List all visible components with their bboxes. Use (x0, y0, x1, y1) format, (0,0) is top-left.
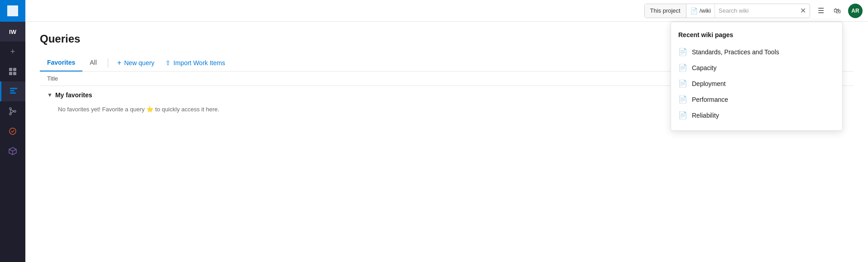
new-query-label: New query (124, 59, 154, 67)
project-icon[interactable]: IW (0, 22, 25, 42)
wiki-page-icon-0: 📄 (678, 48, 687, 56)
favorites-title: My favorites (55, 91, 92, 99)
wiki-badge-text: /wiki (700, 7, 711, 14)
wiki-item-label-2: Deployment (692, 80, 726, 87)
import-icon: ⇧ (165, 59, 171, 67)
bag-icon: 🛍 (834, 7, 841, 15)
svg-line-11 (10, 111, 14, 113)
search-bar: This project 📄 /wiki ✕ (644, 4, 810, 18)
svg-rect-5 (10, 90, 14, 91)
svg-rect-4 (10, 88, 17, 89)
notifications-button[interactable]: ☰ (814, 4, 828, 18)
sidebar-nav (0, 62, 25, 262)
sidebar-item-repos[interactable] (0, 101, 25, 121)
wiki-item-label-0: Standards, Practices and Tools (692, 48, 779, 56)
new-query-button[interactable]: + New query (112, 55, 160, 71)
app-logo[interactable] (0, 0, 25, 22)
tab-divider (108, 58, 108, 67)
import-label: Import Work Items (173, 59, 225, 67)
wiki-page-icon-3: 📄 (678, 95, 687, 104)
wiki-item-3[interactable]: 📄 Performance (671, 91, 842, 107)
svg-point-8 (10, 113, 11, 115)
search-scope-button[interactable]: This project (645, 4, 686, 18)
svg-rect-0 (9, 68, 12, 71)
search-wiki-badge: 📄 /wiki (686, 4, 715, 18)
plus-icon: + (117, 59, 121, 67)
plus-icon: + (10, 47, 15, 57)
svg-rect-6 (10, 92, 16, 94)
topbar-icons: ☰ 🛍 AR (814, 4, 863, 18)
col-title: Title (47, 75, 710, 82)
wiki-page-icon-2: 📄 (678, 79, 687, 88)
svg-rect-3 (13, 72, 16, 75)
topbar: This project 📄 /wiki ✕ ☰ 🛍 AR (25, 0, 868, 22)
tab-all[interactable]: All (82, 54, 104, 71)
svg-rect-2 (9, 72, 12, 75)
sidebar-item-overview[interactable] (0, 62, 25, 81)
svg-point-9 (14, 110, 16, 112)
wiki-item-0[interactable]: 📄 Standards, Practices and Tools (671, 44, 842, 60)
user-avatar[interactable]: AR (848, 4, 863, 18)
chevron-down-icon: ▼ (47, 92, 53, 98)
sidebar-item-boards[interactable] (0, 81, 25, 101)
wiki-dropdown: Recent wiki pages 📄 Standards, Practices… (671, 22, 843, 131)
wiki-doc-icon: 📄 (690, 7, 698, 14)
svg-rect-1 (13, 68, 16, 71)
list-icon: ☰ (818, 6, 824, 15)
wiki-item-label-4: Reliability (692, 112, 719, 119)
wiki-item-4[interactable]: 📄 Reliability (671, 107, 842, 123)
sidebar-item-pipelines[interactable] (0, 121, 25, 141)
sidebar-item-artifacts[interactable] (0, 141, 25, 161)
topbar-right: This project 📄 /wiki ✕ ☰ 🛍 AR (644, 4, 863, 18)
tab-favorites[interactable]: Favorites (40, 54, 82, 71)
dropdown-section-title: Recent wiki pages (671, 29, 842, 44)
sidebar: IW + (0, 0, 25, 262)
wiki-page-icon-1: 📄 (678, 63, 687, 72)
search-input[interactable] (715, 4, 796, 18)
svg-line-12 (10, 110, 14, 111)
shopping-bag-button[interactable]: 🛍 (830, 4, 844, 18)
add-button[interactable]: + (0, 42, 25, 62)
wiki-item-1[interactable]: 📄 Capacity (671, 60, 842, 76)
search-clear-button[interactable]: ✕ (796, 4, 810, 18)
wiki-item-2[interactable]: 📄 Deployment (671, 76, 842, 91)
wiki-item-label-1: Capacity (692, 64, 716, 71)
wiki-page-icon-4: 📄 (678, 111, 687, 119)
import-work-items-button[interactable]: ⇧ Import Work Items (160, 56, 230, 70)
svg-point-7 (10, 108, 11, 110)
wiki-item-label-3: Performance (692, 96, 728, 103)
